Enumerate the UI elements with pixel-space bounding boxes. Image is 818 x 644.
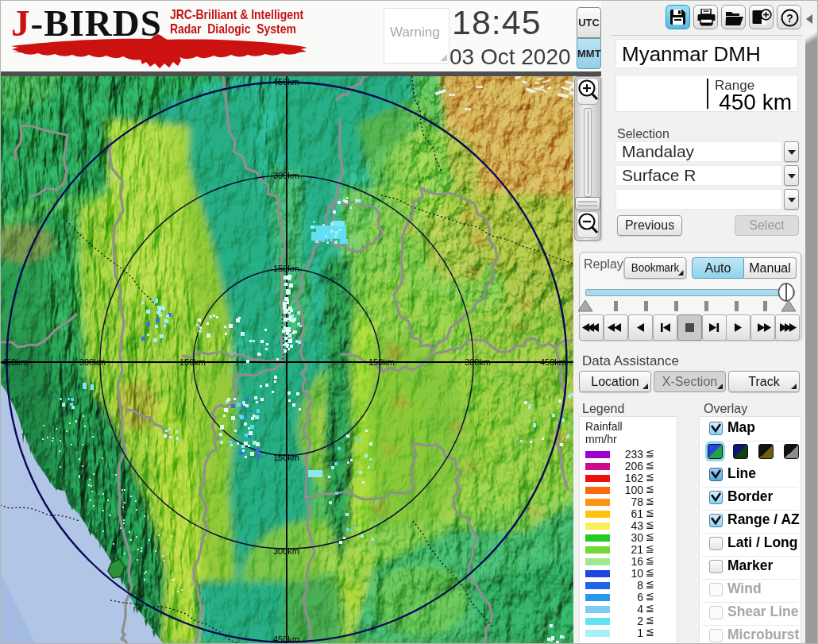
svg-text:300km: 300km <box>273 546 299 556</box>
svg-text:450km: 450km <box>273 77 299 87</box>
svg-text:150km: 150km <box>273 453 299 462</box>
svg-text:150km: 150km <box>179 357 206 367</box>
svg-text:450km: 450km <box>2 357 28 367</box>
svg-text:300km: 300km <box>465 357 491 367</box>
svg-text:450km: 450km <box>540 357 566 367</box>
svg-text:150km: 150km <box>368 357 395 367</box>
svg-text:?: ? <box>786 12 793 25</box>
svg-text:300km: 300km <box>273 171 299 180</box>
svg-text:450km: 450km <box>273 634 299 644</box>
svg-text:150km: 150km <box>273 264 299 273</box>
svg-text:300km: 300km <box>79 357 106 367</box>
